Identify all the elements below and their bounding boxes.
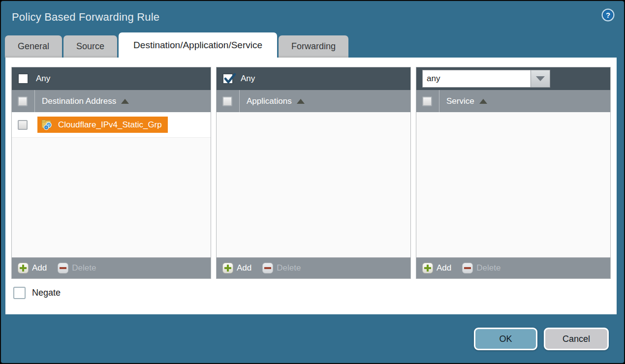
applications-any-checkbox[interactable] (222, 73, 233, 84)
service-type-input[interactable] (422, 70, 531, 88)
header-separator (239, 90, 240, 112)
applications-any-bar: Any (217, 67, 410, 90)
header-separator (439, 90, 439, 112)
service-delete-button[interactable]: Delete (462, 263, 500, 273)
sort-asc-icon (297, 99, 305, 104)
destination-footer: Add Delete (12, 257, 211, 278)
service-header-label: Service (446, 96, 474, 106)
tab-bar: General Source Destination/Application/S… (1, 32, 624, 58)
destination-delete-button[interactable]: Delete (58, 263, 96, 273)
tab-forwarding[interactable]: Forwarding (279, 35, 348, 58)
applications-footer: Add Delete (217, 257, 410, 278)
delete-icon (58, 263, 68, 273)
ok-button[interactable]: OK (474, 328, 537, 350)
applications-add-button[interactable]: Add (222, 263, 251, 273)
add-icon (422, 263, 433, 273)
destination-any-bar: Any (12, 67, 211, 90)
destination-column-header[interactable]: Destination Address (12, 90, 211, 112)
service-column: Service Add Delete (416, 67, 611, 279)
service-list (416, 112, 610, 257)
add-icon (18, 263, 29, 273)
destination-any-label: Any (36, 74, 50, 84)
help-icon[interactable]: ? (601, 8, 615, 22)
row-checkbox[interactable] (18, 120, 28, 130)
applications-column-header[interactable]: Applications (217, 90, 410, 112)
negate-checkbox[interactable] (13, 287, 26, 299)
chevron-down-icon (536, 76, 545, 81)
check-icon (223, 73, 236, 86)
tab-content: Any Destination Address (5, 58, 617, 314)
service-column-header[interactable]: Service (416, 90, 610, 112)
applications-delete-button[interactable]: Delete (262, 263, 301, 273)
sort-asc-icon (121, 99, 129, 104)
destination-column: Any Destination Address (11, 67, 211, 279)
destination-any-checkbox[interactable] (18, 73, 29, 84)
sort-asc-icon (479, 99, 487, 104)
service-footer: Add Delete (416, 257, 610, 278)
tab-source[interactable]: Source (63, 35, 117, 58)
add-icon (222, 263, 233, 273)
service-type-dropdown (422, 70, 550, 88)
applications-selectall-checkbox[interactable] (222, 96, 232, 106)
destination-add-button[interactable]: Add (18, 263, 47, 273)
negate-label: Negate (32, 288, 61, 298)
delete-icon (462, 263, 473, 273)
tab-general[interactable]: General (5, 35, 62, 58)
destination-list: Cloudflare_IPv4_Static_Grp (12, 112, 211, 257)
service-add-button[interactable]: Add (422, 263, 451, 273)
header-separator (34, 90, 35, 112)
service-any-bar (416, 67, 610, 90)
address-group-entry[interactable]: Cloudflare_IPv4_Static_Grp (37, 117, 168, 133)
cancel-button[interactable]: Cancel (544, 328, 609, 350)
destination-header-label: Destination Address (42, 96, 116, 106)
dropdown-button[interactable] (531, 70, 550, 88)
service-selectall-checkbox[interactable] (422, 96, 432, 106)
address-group-icon (41, 119, 54, 131)
page-title: Policy Based Forwarding Rule (12, 11, 159, 23)
destination-selectall-checkbox[interactable] (18, 96, 28, 106)
applications-column: Any Applications Add Delete (216, 67, 411, 279)
applications-list (217, 112, 410, 257)
applications-any-label: Any (241, 74, 255, 84)
titlebar: Policy Based Forwarding Rule ? (1, 1, 624, 32)
columns: Any Destination Address (11, 67, 611, 279)
tab-destination-application-service[interactable]: Destination/Application/Service (119, 32, 277, 58)
table-row: Cloudflare_IPv4_Static_Grp (12, 112, 211, 138)
delete-icon (262, 263, 273, 273)
applications-header-label: Applications (247, 96, 292, 106)
address-group-name: Cloudflare_IPv4_Static_Grp (58, 120, 162, 130)
negate-row: Negate (11, 287, 611, 299)
pbf-rule-dialog: Policy Based Forwarding Rule ? General S… (0, 0, 625, 364)
dialog-buttons: OK Cancel (474, 328, 609, 350)
svg-text:?: ? (606, 11, 610, 19)
